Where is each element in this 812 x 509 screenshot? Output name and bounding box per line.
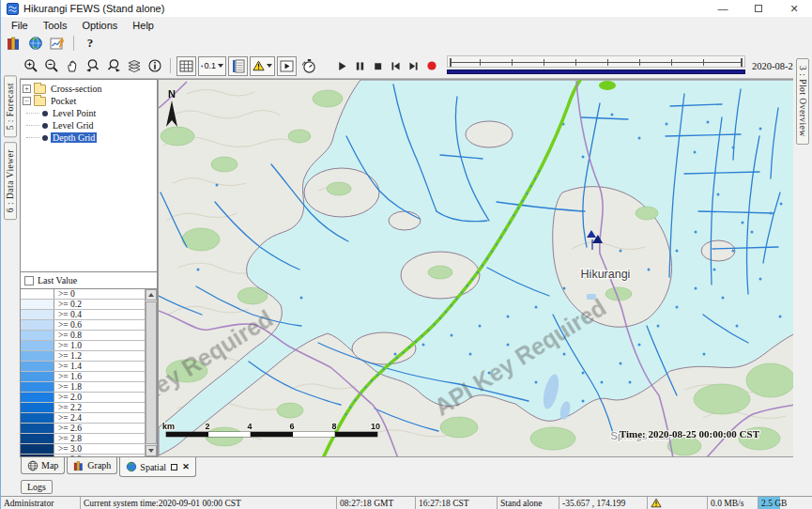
status-system-time: Current system time:2020-09-01 00:00 CST xyxy=(81,497,337,509)
tree-connector xyxy=(26,113,39,114)
tree-node-label: Pocket xyxy=(49,96,78,106)
legend-row[interactable]: >= 1.8 xyxy=(21,382,145,393)
tree-connector xyxy=(26,125,39,126)
legend-swatch xyxy=(21,310,54,319)
legend-row[interactable]: >= 2.2 xyxy=(21,403,145,413)
legend-swatch xyxy=(21,300,54,309)
scale-label: 2 xyxy=(205,422,209,431)
menu-tools[interactable]: Tools xyxy=(36,19,75,32)
folder-open-icon xyxy=(34,97,46,106)
info-button[interactable] xyxy=(146,56,164,75)
legend-value-label: >= 3.0 xyxy=(54,444,145,454)
record-button[interactable] xyxy=(423,56,439,75)
tab-maximize-icon[interactable] xyxy=(171,464,177,470)
tab-data-viewer[interactable]: 6 : Data Viewer xyxy=(4,142,17,220)
tab-plot-overview[interactable]: 3 : Plot Overview xyxy=(796,58,809,145)
legend-value-label: >= 1.2 xyxy=(54,351,145,361)
legend-row[interactable]: >= 2.8 xyxy=(21,434,145,444)
zoom-in-button[interactable] xyxy=(22,56,40,75)
tab-close-icon[interactable]: ✕ xyxy=(182,462,190,471)
colored-bars-icon xyxy=(73,460,84,471)
legend-value-label: >= 2.2 xyxy=(54,403,145,412)
map-display-button[interactable] xyxy=(26,34,45,53)
legend-scrollbar[interactable] xyxy=(145,289,157,456)
spatial-display-button[interactable] xyxy=(48,34,67,53)
tab-forecast[interactable]: 5 : Forecast xyxy=(4,75,17,137)
maximize-icon[interactable] xyxy=(741,0,776,17)
status-memory: 2.5 GB xyxy=(758,497,812,509)
timeline-slider[interactable] xyxy=(447,55,745,76)
tree-node-level-point[interactable]: Level Point xyxy=(23,107,155,119)
legend-row[interactable]: >= 1.2 xyxy=(21,351,145,362)
stop-button[interactable] xyxy=(370,56,386,75)
zoom-previous-button[interactable] xyxy=(84,56,102,75)
legend-row[interactable]: >= 0 xyxy=(21,289,145,300)
tab-graph[interactable]: Graph xyxy=(67,457,117,474)
legend-row[interactable]: >= 1.4 xyxy=(21,362,145,372)
report-display-button[interactable] xyxy=(228,56,248,76)
warning-triangle-icon xyxy=(651,498,662,508)
scrollbar-thumb[interactable] xyxy=(146,301,157,444)
window-title: Hikurangi FEWS (Stand alone) xyxy=(23,3,705,14)
legend-row[interactable]: >= 2.0 xyxy=(21,393,145,403)
document-icon xyxy=(232,59,245,73)
step-back-button[interactable] xyxy=(388,56,404,75)
status-user: Administrator xyxy=(1,497,81,509)
legend-row[interactable]: >= 0.4 xyxy=(21,310,145,320)
toolbar-separator xyxy=(73,36,74,51)
tree-connector xyxy=(26,137,39,138)
tree-node-pocket[interactable]: − Pocket xyxy=(23,95,155,107)
status-warning-cell[interactable] xyxy=(648,497,708,509)
grid-display-button[interactable] xyxy=(176,56,196,76)
thresholds-dropdown[interactable] xyxy=(250,56,275,76)
legend-value-label: >= 1.8 xyxy=(54,382,145,392)
scale-unit-label: km xyxy=(162,422,175,431)
legend-row[interactable]: >= 0.6 xyxy=(21,320,145,331)
scroll-down-icon[interactable] xyxy=(146,445,157,456)
logs-tab[interactable]: Logs xyxy=(21,480,53,494)
tree-node-cross-section[interactable]: + Cross-section xyxy=(23,83,155,95)
legend-row[interactable]: >= 1.0 xyxy=(21,341,145,351)
legend-row[interactable]: >= 0.8 xyxy=(21,331,145,341)
class-break-dropdown[interactable]: 0.1 xyxy=(198,56,226,76)
tab-spatial[interactable]: Spatial ✕ xyxy=(119,457,195,477)
legend-value-label: >= 0.2 xyxy=(54,300,145,309)
step-forward-button[interactable] xyxy=(406,56,421,75)
legend-row[interactable]: >= 2.6 xyxy=(21,424,145,434)
scroll-up-icon[interactable] xyxy=(146,289,157,301)
minimize-icon[interactable]: — xyxy=(705,0,741,17)
animation-button[interactable] xyxy=(277,56,297,76)
legend-rows: >= 0>= 0.2>= 0.4>= 0.6>= 0.8>= 1.0>= 1.2… xyxy=(21,289,145,457)
expand-icon[interactable]: + xyxy=(23,85,31,93)
tree-node-depth-grid[interactable]: Depth Grid xyxy=(23,131,155,144)
tab-map-label: Map xyxy=(41,460,58,470)
collapse-icon[interactable]: − xyxy=(23,97,31,105)
map-viewport[interactable]: Hikurangi Springs Flat API Key Required … xyxy=(158,79,793,457)
tab-map[interactable]: Map xyxy=(21,457,65,474)
zoom-next-button[interactable] xyxy=(104,56,123,75)
last-value-checkbox[interactable] xyxy=(24,276,34,285)
legend-row[interactable]: >= 1.6 xyxy=(21,372,145,382)
menu-help[interactable]: Help xyxy=(125,19,161,32)
legend-value-label: >= 1.4 xyxy=(54,362,145,371)
layers-button[interactable] xyxy=(125,56,144,75)
menu-options[interactable]: Options xyxy=(74,19,125,32)
play-button[interactable] xyxy=(334,56,350,75)
legend-row[interactable]: >= 3.2 xyxy=(21,455,145,457)
scale-label: 10 xyxy=(371,422,380,431)
menu-file[interactable]: File xyxy=(4,19,36,32)
tree-node-level-grid[interactable]: Level Grid xyxy=(23,119,155,131)
legend-value-label: >= 0 xyxy=(54,289,145,299)
help-button[interactable]: ? xyxy=(81,34,100,53)
legend-value-label: >= 2.8 xyxy=(54,434,145,443)
pause-button[interactable] xyxy=(352,56,368,75)
legend-row[interactable]: >= 0.2 xyxy=(21,300,145,310)
pan-button[interactable] xyxy=(63,56,82,75)
legend-row[interactable]: >= 2.4 xyxy=(21,413,145,424)
close-icon[interactable]: ✕ xyxy=(776,0,812,17)
map-time-overlay: Time: 2020-08-25 00:00:00 CST xyxy=(620,428,760,440)
zoom-out-button[interactable] xyxy=(42,56,61,75)
database-display-button[interactable] xyxy=(5,34,23,53)
legend-row[interactable]: >= 3.0 xyxy=(21,444,145,455)
animation-settings-button[interactable] xyxy=(299,56,319,75)
